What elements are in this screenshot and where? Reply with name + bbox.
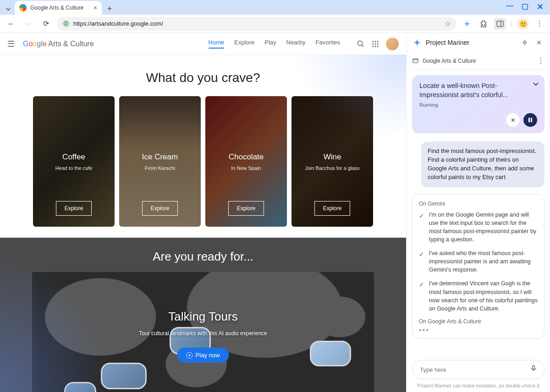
mic-icon[interactable] xyxy=(530,365,537,372)
nav-favorites[interactable]: Favorites xyxy=(316,39,340,49)
svg-point-8 xyxy=(375,43,376,44)
step-item: ✓ I'm on the Google Gemini page and will… xyxy=(419,211,538,244)
close-window-icon[interactable]: ✕ xyxy=(537,2,544,12)
context-menu-icon[interactable]: ⋮ xyxy=(537,56,544,65)
nav-home[interactable]: Home xyxy=(209,39,225,49)
map-pin[interactable] xyxy=(64,382,96,392)
context-label: Google Arts & Culture xyxy=(423,58,476,64)
card-title: Wine xyxy=(324,152,341,162)
pause-task-button[interactable] xyxy=(523,113,537,127)
site-logo[interactable]: Google Arts & Culture xyxy=(23,40,94,48)
svg-line-3 xyxy=(362,45,363,47)
svg-point-6 xyxy=(377,41,379,42)
step-section-label: On Gemini xyxy=(419,201,538,207)
chat-input[interactable] xyxy=(412,360,544,379)
sidepanel-toggle-icon[interactable] xyxy=(494,18,506,30)
site-info-icon[interactable]: ⓘ xyxy=(62,20,70,27)
task-status: Running xyxy=(419,102,537,108)
favicon-icon xyxy=(19,4,27,11)
pause-icon xyxy=(528,117,533,123)
chrome-menu-icon[interactable]: ⋮ xyxy=(534,18,545,30)
gemini-extension-icon[interactable] xyxy=(461,18,473,30)
svg-rect-16 xyxy=(528,118,530,122)
card-subtitle: Join Bacchus for a glass xyxy=(305,165,359,171)
task-title: Locate a well-known Post-Impressionist a… xyxy=(419,82,537,99)
bookmark-icon[interactable]: ☆ xyxy=(445,19,451,28)
mariner-logo-icon xyxy=(413,38,421,47)
card-subtitle: Head to the cafe xyxy=(55,165,93,171)
extensions-icon[interactable] xyxy=(478,18,490,30)
close-sidepanel-icon[interactable]: ✕ xyxy=(534,37,544,48)
check-icon: ✓ xyxy=(419,250,424,274)
tour-subtitle: Tour cultural landmarks with this AI aud… xyxy=(139,330,267,337)
disclaimer-text: Project Mariner can make mistakes, so do… xyxy=(407,381,550,392)
explore-button[interactable]: Explore xyxy=(142,201,178,216)
steps-card: On Gemini ✓ I'm on the Google Gemini pag… xyxy=(412,194,544,339)
section-title-ready: Are you ready for... xyxy=(0,238,406,272)
svg-rect-17 xyxy=(531,118,532,122)
svg-point-11 xyxy=(375,45,376,47)
back-button[interactable]: ← xyxy=(5,17,17,30)
expand-task-icon[interactable] xyxy=(533,82,539,86)
pin-icon[interactable] xyxy=(520,38,530,48)
svg-point-9 xyxy=(377,43,379,44)
check-icon: ✓ xyxy=(419,211,424,244)
card-wine[interactable]: Wine Join Bacchus for a glass Explore xyxy=(292,96,373,227)
svg-rect-18 xyxy=(533,365,534,369)
nav-explore[interactable]: Explore xyxy=(234,39,254,49)
card-chocolate[interactable]: Chocolate In New Spain Explore xyxy=(205,96,287,227)
new-tab-button[interactable]: + xyxy=(104,3,116,15)
play-now-button[interactable]: Play now xyxy=(177,348,229,363)
card-title: Coffee xyxy=(62,152,85,162)
tour-title: Talking Tours xyxy=(139,310,267,324)
profile-avatar[interactable]: 🙂 xyxy=(517,18,529,30)
user-message: Find the most famous post-impressionist.… xyxy=(421,142,544,187)
search-icon[interactable] xyxy=(357,40,365,48)
card-coffee[interactable]: Coffee Head to the cafe Explore xyxy=(33,96,115,227)
card-icecream[interactable]: Ice Cream From Karachi Explore xyxy=(119,96,201,227)
step-item: ✓ I've determined Vincent van Gogh is th… xyxy=(419,279,538,313)
svg-rect-0 xyxy=(497,21,503,27)
loading-dots-icon: ••• xyxy=(419,328,538,332)
section-title-crave: What do you crave? xyxy=(0,55,406,96)
forward-button[interactable]: → xyxy=(22,17,35,30)
card-title: Chocolate xyxy=(229,152,264,162)
sidepanel-title: Project Mariner xyxy=(426,39,515,46)
svg-rect-14 xyxy=(413,59,418,63)
task-card: Locate a well-known Post-Impressionist a… xyxy=(412,75,544,133)
svg-point-2 xyxy=(358,41,363,46)
minimize-icon[interactable]: — xyxy=(506,2,513,12)
cancel-task-button[interactable]: ✕ xyxy=(506,113,520,127)
tab-search-dropdown[interactable] xyxy=(4,4,13,15)
nav-play[interactable]: Play xyxy=(264,39,276,49)
browser-tab[interactable]: Google Arts & Culture × xyxy=(15,1,102,15)
nav-nearby[interactable]: Nearby xyxy=(286,39,306,49)
mariner-sidepanel: Project Mariner ✕ Google Arts & Culture … xyxy=(406,33,550,392)
explore-button[interactable]: Explore xyxy=(314,201,351,216)
svg-point-5 xyxy=(375,41,376,42)
step-section-label: On Google Arts & Culture xyxy=(419,318,538,325)
svg-point-7 xyxy=(372,43,374,44)
card-title: Ice Cream xyxy=(142,152,178,162)
svg-point-4 xyxy=(372,41,374,42)
account-avatar[interactable] xyxy=(386,38,399,50)
tab-context-icon xyxy=(412,57,419,64)
menu-icon[interactable]: ☰ xyxy=(7,39,15,49)
url-text: https://artsandculture.google.com/ xyxy=(73,20,163,27)
maximize-icon[interactable]: ▢ xyxy=(522,2,528,12)
tab-title: Google Arts & Culture xyxy=(30,5,83,11)
close-tab-icon[interactable]: × xyxy=(94,4,97,11)
play-icon xyxy=(187,352,193,359)
step-item: ✓ I've asked who the most famous post-im… xyxy=(419,249,538,274)
url-bar[interactable]: ⓘ https://artsandculture.google.com/ ☆ xyxy=(57,17,456,31)
svg-point-10 xyxy=(372,45,374,47)
explore-button[interactable]: Explore xyxy=(228,201,264,216)
map-pin[interactable] xyxy=(310,341,351,366)
check-icon: ✓ xyxy=(419,280,424,313)
card-subtitle: In New Spain xyxy=(231,165,261,171)
explore-button[interactable]: Explore xyxy=(56,201,92,216)
map-canvas[interactable]: Talking Tours Talking Tours Tour cultura… xyxy=(32,272,374,392)
apps-icon[interactable] xyxy=(371,40,380,48)
reload-button[interactable]: ⟳ xyxy=(39,17,52,30)
map-pin[interactable] xyxy=(101,363,147,389)
